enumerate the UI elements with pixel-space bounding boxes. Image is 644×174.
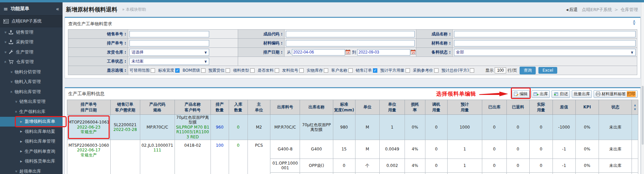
product-code-input[interactable] <box>286 31 415 37</box>
collapse-sidebar-icon[interactable]: « <box>56 6 59 12</box>
table-cell: -1 <box>553 159 575 172</box>
sidebar-item-erp-system[interactable]: 点晴ERP子系统 <box>0 15 63 27</box>
expand-collapse-rows-icon[interactable]: ∧∨ <box>632 100 638 115</box>
option-checkbox[interactable] <box>299 68 304 73</box>
prep-status-select[interactable]: 全部∨ <box>454 49 636 56</box>
main-area: 新增原材料领料退料 » 本模块帮助 ◀后退 点晴ERP子系统>仓库管理 查询生产… <box>63 2 644 174</box>
sidebar-item[interactable]: ▶领料拣货单出库 <box>0 156 63 167</box>
toolbar-button[interactable]: 出库 <box>531 90 550 98</box>
material-code-input[interactable] <box>286 40 415 46</box>
table-cell: 0.002 <box>380 159 405 172</box>
query-button[interactable]: 查询 <box>520 67 536 74</box>
option-checkbox[interactable] <box>470 68 474 73</box>
printer-icon <box>596 92 601 96</box>
option-checkbox[interactable] <box>275 68 279 73</box>
option-checkbox[interactable] <box>151 68 155 73</box>
order-status-select[interactable]: 未结案∨ <box>129 58 209 65</box>
sidebar-item[interactable]: ▶领料出库单管理 <box>0 137 63 147</box>
table-cell: 0 <box>425 159 447 172</box>
breadcrumb-current: 仓库管理 <box>620 7 638 12</box>
date-from-input[interactable] <box>292 49 345 56</box>
table-cell: 0 <box>482 172 507 174</box>
table-cell: 0 <box>506 159 529 172</box>
vertical-scrollbar[interactable] <box>641 2 644 174</box>
sidebar-item[interactable]: «生产管理 <box>0 47 63 57</box>
option-checkbox[interactable] <box>434 68 439 73</box>
table-cell: 100 <box>211 140 229 174</box>
chevrons-up-icon: « <box>3 61 8 63</box>
option-checkbox[interactable] <box>406 68 410 73</box>
material-name-input[interactable] <box>454 40 636 46</box>
table-row[interactable]: MTOP2206004-10612022-06-23常规生产SL22000212… <box>67 115 638 140</box>
table-cell: 4 <box>447 172 482 174</box>
leaf-arrow-icon: ▶ <box>20 120 22 123</box>
date-to-input[interactable] <box>357 49 410 56</box>
module-help-link[interactable]: » 本模块帮助 <box>122 7 146 12</box>
option-checkbox[interactable] <box>324 68 328 73</box>
option-checkbox[interactable] <box>250 68 255 73</box>
sidebar-header: ≡ 功能菜单 « <box>0 2 63 15</box>
sidebar-item[interactable]: «超领单出库 <box>0 166 63 174</box>
sidebar-item[interactable]: «物料入库管理 <box>0 77 63 87</box>
product-name-input[interactable] <box>454 31 636 37</box>
sidebar-item[interactable]: ▶新增领料出库单 <box>0 117 63 127</box>
column-header: 销售订单 客户需求期 <box>110 100 140 115</box>
order-status-label: 工单状态 : <box>68 57 128 66</box>
option-checkbox[interactable] <box>201 68 205 73</box>
table-cell: MP.R70C/C <box>270 115 300 140</box>
sidebar-item[interactable]: «销售管理 <box>0 27 63 37</box>
table-cell: 0% <box>575 172 599 174</box>
annotation-arrow-icon <box>479 91 508 97</box>
sidebar-item[interactable]: «物料出库管理 <box>0 87 63 97</box>
sidebar-item[interactable]: «采购管理 <box>0 37 63 47</box>
sidebar-item-label: 销售管理 <box>16 29 33 35</box>
toolbar-button[interactable]: 批量出库 <box>572 90 592 98</box>
table-cell: 0 <box>529 172 553 174</box>
sidebar-item[interactable]: ▶领料出库单结案 <box>0 127 63 137</box>
breadcrumb: 点晴ERP子系统>仓库管理 <box>582 7 638 13</box>
breadcrumb-root[interactable]: 点晴ERP子系统 <box>582 7 612 12</box>
table-cell: MP.R70C/C <box>140 115 175 140</box>
sales-no-input[interactable] <box>129 31 209 37</box>
table-cell: OPP袋() <box>300 159 333 172</box>
chevrons-up-icon: « <box>9 91 14 93</box>
table-cell: M <box>355 172 380 174</box>
back-button[interactable]: ◀后退 <box>566 7 578 13</box>
sidebar-item[interactable]: «销售出库管理 <box>0 97 63 107</box>
workorder-panel-title: 生产工单用料信息 <box>68 91 105 97</box>
column-header: 状态 <box>599 100 632 115</box>
table-cell: 0 <box>333 159 355 172</box>
option-checkbox[interactable] <box>226 68 230 73</box>
option-checkbox[interactable] <box>175 68 180 73</box>
sidebar-item[interactable]: «生产领料出库 <box>0 107 63 117</box>
sidebar-item[interactable]: «物料分切管理 <box>0 67 63 77</box>
toolbar-button[interactable]: 编辑 <box>512 90 530 98</box>
sidebar-item[interactable]: ▶生产领料单查询 <box>0 146 63 156</box>
page-size-input[interactable] <box>495 67 506 73</box>
table-cell: 0% <box>405 115 425 140</box>
calendar-icon[interactable]: 15 <box>345 49 350 55</box>
option-label: 采购参考价 <box>413 68 433 73</box>
option-checkbox[interactable] <box>373 68 377 73</box>
query-panel: 查询生产工单物料需求 ∧∨ 销售单号 : 成品代码 : 成品名称 : 排产单号 … <box>65 17 641 78</box>
option-checkbox[interactable] <box>348 68 353 73</box>
sidebar-item-label: 物料出库管理 <box>14 89 41 95</box>
sidebar-item-label: 生产领料单查询 <box>25 148 55 154</box>
sidebar-item[interactable]: «仓库管理 <box>0 57 63 67</box>
excel-button[interactable]: Excel <box>538 67 557 74</box>
calendar-icon[interactable]: 15 <box>411 49 416 55</box>
warehouse-select[interactable]: 请选择∨ <box>129 49 209 56</box>
option-label: 发料批号 <box>282 68 298 73</box>
warehouse-label: 发货仓库 : <box>68 48 128 57</box>
wrench-icon <box>8 49 13 55</box>
scrollbar-thumb[interactable] <box>642 86 644 145</box>
table-cell: 个 <box>355 159 380 172</box>
chevrons-up-icon: « <box>14 110 18 113</box>
toolbar-button[interactable]: 归还 <box>552 90 570 98</box>
table-row[interactable]: MTSP2206003-10602022-06-17常规生产02.JL0.100… <box>67 140 638 159</box>
table-cell: 4% <box>405 140 425 159</box>
collapse-panel-icon[interactable]: ∧∨ <box>633 20 636 25</box>
toolbar-button[interactable]: 材料退料标签打印 <box>594 90 638 98</box>
table-cell <box>632 115 638 140</box>
schedule-no-input[interactable] <box>129 40 209 46</box>
